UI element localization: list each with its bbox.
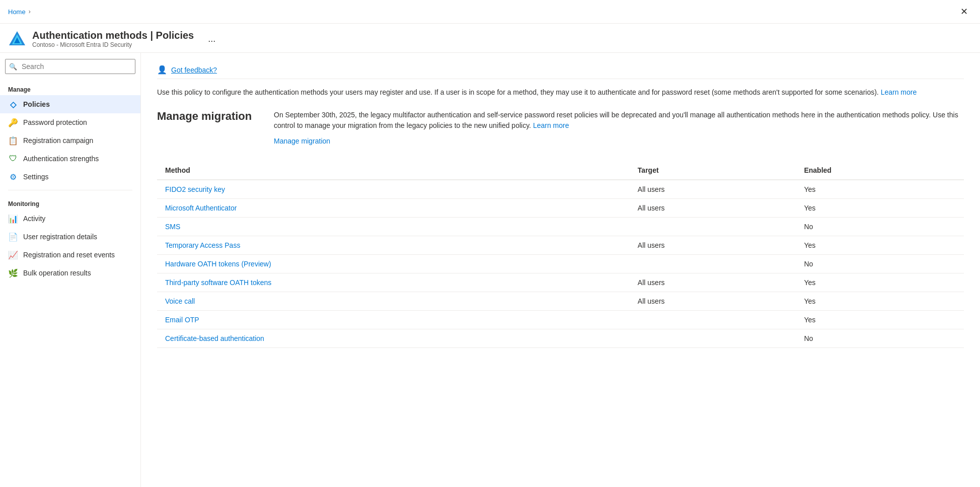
table-row: Voice call All users Yes bbox=[157, 292, 964, 311]
method-cell: Email OTP bbox=[157, 311, 630, 329]
main-layout: 🔍 Manage ◇ Policies 🔑 Password protectio… bbox=[0, 53, 980, 487]
auth-strengths-icon: 🛡 bbox=[8, 154, 18, 164]
method-cell: Voice call bbox=[157, 292, 630, 311]
sidebar-item-userreg-label: User registration details bbox=[23, 233, 97, 241]
sidebar-item-password-protection[interactable]: 🔑 Password protection bbox=[0, 113, 140, 131]
policy-description: Use this policy to configure the authent… bbox=[157, 87, 964, 98]
table-row: FIDO2 security key All users Yes bbox=[157, 180, 964, 199]
bulk-icon: 🌿 bbox=[8, 268, 18, 278]
method-cell: Microsoft Authenticator bbox=[157, 199, 630, 218]
sidebar-item-bulk-label: Bulk operation results bbox=[23, 269, 91, 277]
target-cell: All users bbox=[630, 236, 796, 255]
ellipsis-button[interactable]: ... bbox=[204, 32, 219, 46]
method-link[interactable]: Hardware OATH tokens (Preview) bbox=[165, 260, 271, 268]
target-cell bbox=[630, 255, 796, 273]
table-row: Third-party software OATH tokens All use… bbox=[157, 273, 964, 292]
method-link[interactable]: Certificate-based authentication bbox=[165, 334, 264, 342]
method-cell: FIDO2 security key bbox=[157, 180, 630, 199]
enabled-cell: No bbox=[796, 329, 964, 348]
breadcrumb-home[interactable]: Home bbox=[8, 8, 26, 16]
col-target: Target bbox=[630, 161, 796, 180]
target-cell bbox=[630, 311, 796, 329]
reg-campaign-icon: 📋 bbox=[8, 135, 18, 146]
migration-content: On September 30th, 2025, the legacy mult… bbox=[274, 110, 964, 145]
search-input[interactable] bbox=[5, 59, 135, 74]
search-box-container: 🔍 bbox=[5, 59, 135, 74]
description-text: Use this policy to configure the authent… bbox=[157, 88, 879, 96]
target-cell bbox=[630, 329, 796, 348]
sidebar-divider bbox=[8, 190, 132, 190]
method-cell: Certificate-based authentication bbox=[157, 329, 630, 348]
method-cell: SMS bbox=[157, 218, 630, 236]
table-body: FIDO2 security key All users Yes Microso… bbox=[157, 180, 964, 348]
description-learn-more-link[interactable]: Learn more bbox=[881, 88, 917, 96]
sidebar-item-registration-events[interactable]: 📈 Registration and reset events bbox=[0, 246, 140, 264]
page-subtitle: Contoso - Microsoft Entra ID Security bbox=[32, 41, 194, 48]
target-cell: All users bbox=[630, 180, 796, 199]
sidebar: 🔍 Manage ◇ Policies 🔑 Password protectio… bbox=[0, 53, 141, 487]
enabled-cell: Yes bbox=[796, 199, 964, 218]
sidebar-item-regevents-label: Registration and reset events bbox=[23, 251, 115, 259]
migration-learn-more-link[interactable]: Learn more bbox=[533, 121, 569, 129]
sidebar-item-user-registration[interactable]: 📄 User registration details bbox=[0, 228, 140, 246]
feedback-icon: 👤 bbox=[157, 65, 167, 75]
sidebar-item-password-label: Password protection bbox=[23, 118, 87, 126]
target-cell bbox=[630, 218, 796, 236]
enabled-cell: Yes bbox=[796, 180, 964, 199]
col-method: Method bbox=[157, 161, 630, 180]
method-link[interactable]: FIDO2 security key bbox=[165, 185, 225, 193]
breadcrumb-separator: › bbox=[29, 8, 31, 15]
target-cell: All users bbox=[630, 292, 796, 311]
sidebar-item-settings[interactable]: ⚙ Settings bbox=[0, 168, 140, 186]
table-row: SMS No bbox=[157, 218, 964, 236]
main-content: 👤 Got feedback? Use this policy to confi… bbox=[141, 53, 980, 487]
table-header: Method Target Enabled bbox=[157, 161, 964, 180]
sidebar-item-bulk-operations[interactable]: 🌿 Bulk operation results bbox=[0, 264, 140, 282]
sidebar-item-activity[interactable]: 📊 Activity bbox=[0, 210, 140, 228]
page-title: Authentication methods | Policies bbox=[32, 30, 194, 41]
table-row: Certificate-based authentication No bbox=[157, 329, 964, 348]
methods-table: Method Target Enabled FIDO2 security key… bbox=[157, 161, 964, 348]
method-link[interactable]: Temporary Access Pass bbox=[165, 241, 240, 249]
top-bar: Home › ✕ bbox=[0, 0, 980, 24]
password-icon: 🔑 bbox=[8, 117, 18, 127]
enabled-cell: Yes bbox=[796, 273, 964, 292]
breadcrumb: Home › bbox=[8, 8, 31, 16]
header-text: Authentication methods | Policies Contos… bbox=[32, 30, 194, 48]
migration-section: Manage migration On September 30th, 2025… bbox=[157, 110, 964, 145]
sidebar-item-settings-label: Settings bbox=[23, 173, 49, 181]
sidebar-item-registration-campaign[interactable]: 📋 Registration campaign bbox=[0, 131, 140, 150]
activity-icon: 📊 bbox=[8, 214, 18, 224]
target-cell: All users bbox=[630, 199, 796, 218]
enabled-cell: Yes bbox=[796, 292, 964, 311]
method-link[interactable]: Email OTP bbox=[165, 316, 199, 324]
feedback-bar: 👤 Got feedback? bbox=[157, 61, 964, 79]
migration-description: On September 30th, 2025, the legacy mult… bbox=[274, 110, 964, 131]
method-link[interactable]: Voice call bbox=[165, 297, 195, 305]
settings-icon: ⚙ bbox=[8, 172, 18, 182]
app-icon bbox=[8, 30, 26, 48]
user-reg-icon: 📄 bbox=[8, 232, 18, 242]
page-header: Authentication methods | Policies Contos… bbox=[0, 24, 980, 53]
enabled-cell: Yes bbox=[796, 311, 964, 329]
method-link[interactable]: Third-party software OATH tokens bbox=[165, 279, 271, 287]
migration-title: Manage migration bbox=[157, 110, 258, 123]
migration-desc-text: On September 30th, 2025, the legacy mult… bbox=[274, 111, 958, 129]
sidebar-item-activity-label: Activity bbox=[23, 215, 45, 223]
method-link[interactable]: Microsoft Authenticator bbox=[165, 204, 237, 212]
sidebar-item-auth-strengths[interactable]: 🛡 Authentication strengths bbox=[0, 150, 140, 168]
reg-events-icon: 📈 bbox=[8, 250, 18, 260]
feedback-link[interactable]: Got feedback? bbox=[171, 66, 217, 74]
close-button[interactable]: ✕ bbox=[956, 4, 972, 19]
sidebar-item-regcampaign-label: Registration campaign bbox=[23, 136, 93, 145]
table-row: Microsoft Authenticator All users Yes bbox=[157, 199, 964, 218]
method-link[interactable]: SMS bbox=[165, 223, 180, 231]
sidebar-item-policies[interactable]: ◇ Policies bbox=[0, 95, 140, 113]
table-row: Hardware OATH tokens (Preview) No bbox=[157, 255, 964, 273]
enabled-cell: No bbox=[796, 218, 964, 236]
method-cell: Third-party software OATH tokens bbox=[157, 273, 630, 292]
manage-migration-link[interactable]: Manage migration bbox=[274, 137, 330, 145]
target-cell: All users bbox=[630, 273, 796, 292]
col-enabled: Enabled bbox=[796, 161, 964, 180]
method-cell: Temporary Access Pass bbox=[157, 236, 630, 255]
